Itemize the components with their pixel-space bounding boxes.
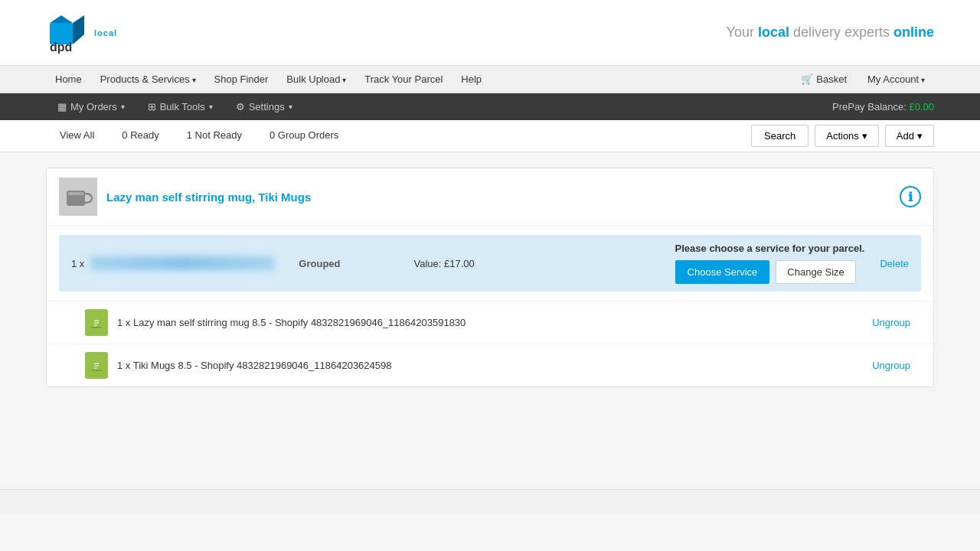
gear-icon: ⚙ xyxy=(236,101,245,112)
shopify-icon-2 xyxy=(85,352,108,379)
tab-group-orders[interactable]: 0 Group Orders xyxy=(256,120,352,152)
item-text-1: 1 x Lazy man self stirring mug 8.5 - Sho… xyxy=(117,317,466,328)
table-row: 1 x Tiki Mugs 8.5 - Shopify 483282196904… xyxy=(47,344,933,386)
order-title[interactable]: Lazy man self stirring mug, Tiki Mugs xyxy=(106,191,311,204)
tagline: Your local delivery experts online xyxy=(727,24,934,41)
nav-products-services[interactable]: Products & Services xyxy=(91,66,205,93)
grid-icon: ⊞ xyxy=(148,101,156,112)
item-row-left: 1 x Lazy man self stirring mug 8.5 - Sho… xyxy=(85,309,466,336)
filter-bar: View All 0 Ready 1 Not Ready 0 Group Ord… xyxy=(0,120,980,152)
grouped-row-right: Please choose a service for your parcel.… xyxy=(675,243,909,284)
shopify-logo-2 xyxy=(89,357,104,375)
prepay-balance: PrePay Balance: £0.00 xyxy=(832,101,934,112)
svg-rect-5 xyxy=(68,192,83,195)
add-button[interactable]: Add ▾ xyxy=(885,125,934,147)
actions-button[interactable]: Actions ▾ xyxy=(815,125,879,147)
tab-view-all[interactable]: View All xyxy=(46,120,108,152)
svg-rect-7 xyxy=(91,370,102,371)
top-header: dpd local Your local delivery experts on… xyxy=(0,0,980,66)
filter-tabs: View All 0 Ready 1 Not Ready 0 Group Ord… xyxy=(46,120,352,152)
nav-links: Home Products & Services Shop Finder Bul… xyxy=(46,66,491,93)
shopify-icon-1 xyxy=(85,309,108,336)
mug-image xyxy=(63,181,93,212)
order-header: Lazy man self stirring mug, Tiki Mugs ℹ xyxy=(47,168,933,226)
item-row-left-2: 1 x Tiki Mugs 8.5 - Shopify 483282196904… xyxy=(85,352,392,379)
shopify-logo-1 xyxy=(89,314,104,332)
bulk-tools-link[interactable]: ⊞ Bulk Tools xyxy=(136,93,224,120)
choose-service-button[interactable]: Choose Service xyxy=(675,260,770,284)
nav-track-parcel[interactable]: Track Your Parcel xyxy=(355,66,452,93)
ungroup-link-1[interactable]: Ungroup xyxy=(872,317,910,328)
nav-home[interactable]: Home xyxy=(46,66,91,93)
svg-marker-2 xyxy=(73,15,84,44)
nav-right: 🛒 Basket My Account xyxy=(801,66,934,93)
nav-help[interactable]: Help xyxy=(452,66,491,93)
service-info: Please choose a service for your parcel.… xyxy=(675,243,865,284)
order-header-left: Lazy man self stirring mug, Tiki Mugs xyxy=(59,178,311,216)
basket-link[interactable]: 🛒 Basket xyxy=(801,73,847,85)
service-buttons: Choose Service Change Size xyxy=(675,260,865,284)
grouped-row: 1 x Grouped Value: £17.00 Please choose … xyxy=(59,235,921,292)
sub-nav-left: ▦ My Orders ⊞ Bulk Tools ⚙ Settings xyxy=(46,93,304,120)
filter-bar-right: Search Actions ▾ Add ▾ xyxy=(751,125,934,147)
main-nav: Home Products & Services Shop Finder Bul… xyxy=(0,66,980,93)
change-size-button[interactable]: Change Size xyxy=(776,260,855,284)
svg-rect-6 xyxy=(91,327,102,328)
sub-nav: ▦ My Orders ⊞ Bulk Tools ⚙ Settings PreP… xyxy=(0,93,980,120)
basket-icon: 🛒 xyxy=(801,73,813,85)
ungroup-link-2[interactable]: Ungroup xyxy=(872,360,910,371)
settings-link[interactable]: ⚙ Settings xyxy=(224,93,304,120)
chevron-down-icon-2: ▾ xyxy=(917,130,923,142)
my-orders-link[interactable]: ▦ My Orders xyxy=(46,93,136,120)
svg-text:dpd: dpd xyxy=(50,41,72,54)
info-icon[interactable]: ℹ xyxy=(900,186,921,207)
tab-not-ready[interactable]: 1 Not Ready xyxy=(173,120,256,152)
order-card: Lazy man self stirring mug, Tiki Mugs ℹ … xyxy=(46,168,934,387)
my-account-link[interactable]: My Account xyxy=(858,66,934,93)
chevron-down-icon: ▾ xyxy=(862,130,867,142)
parcel-number-blurred xyxy=(90,256,274,270)
order-thumbnail xyxy=(59,178,97,216)
nav-shop-finder[interactable]: Shop Finder xyxy=(205,66,278,93)
grouped-row-left: 1 x Grouped Value: £17.00 xyxy=(71,256,475,270)
search-button[interactable]: Search xyxy=(751,125,808,147)
dpd-logo[interactable]: dpd xyxy=(46,11,88,54)
svg-marker-1 xyxy=(50,15,73,23)
main-content: Lazy man self stirring mug, Tiki Mugs ℹ … xyxy=(0,152,980,458)
table-row: 1 x Lazy man self stirring mug 8.5 - Sho… xyxy=(47,301,933,344)
delete-link[interactable]: Delete xyxy=(880,258,909,269)
list-icon: ▦ xyxy=(57,101,67,112)
logo-area: dpd local xyxy=(46,11,117,54)
item-text-2: 1 x Tiki Mugs 8.5 - Shopify 483282196904… xyxy=(117,360,392,371)
tab-ready[interactable]: 0 Ready xyxy=(108,120,172,152)
nav-bulk-upload[interactable]: Bulk Upload xyxy=(277,66,355,93)
footer xyxy=(0,489,980,513)
